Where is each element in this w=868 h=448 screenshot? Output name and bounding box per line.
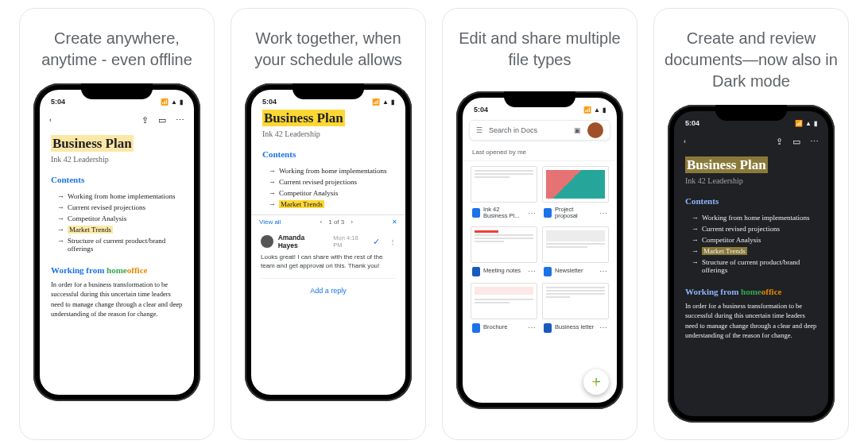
body-text: In order for a business transformation t… (51, 280, 183, 319)
plus-icon: + (591, 373, 601, 392)
toc-item: Competitor Analysis (692, 234, 817, 245)
doc-type-icon (472, 323, 480, 333)
toolbar: ‹ ⇪ ▭ ⋯ (674, 130, 828, 153)
status-time: 5:04 (474, 106, 488, 114)
more-icon[interactable]: ⋯ (176, 115, 184, 126)
body-text: In order for a business transformation t… (685, 301, 817, 340)
next-comment-icon[interactable]: › (351, 218, 353, 226)
doc-tile[interactable]: Business letter⋯ (542, 283, 609, 333)
battery-icon: ▮ (814, 120, 817, 127)
toc-item: Working from home implementations (57, 191, 183, 202)
toc-item: Market Trends (692, 245, 817, 257)
share-icon[interactable]: ⇪ (141, 115, 149, 126)
doc-type-icon (472, 267, 480, 276)
back-icon[interactable]: ‹ (49, 116, 52, 124)
share-icon[interactable]: ⇪ (776, 137, 783, 147)
screen-light: 5:04 📶 ▲ ▮ ‹ ⇪ ▭ ⋯ Business Plan Ink 42 … (40, 90, 194, 395)
toc-item: Competitor Analysis (57, 213, 183, 224)
comment-icon[interactable]: ▭ (792, 137, 800, 147)
doc-tile[interactable]: Newsletter⋯ (542, 226, 609, 276)
toc-item: Current revised projections (57, 202, 183, 213)
screenshot-card-2: Work together, when your schedule allows… (231, 8, 426, 440)
caption: Edit and share multiple file types (443, 9, 637, 83)
contents-heading: Contents (262, 149, 394, 159)
more-icon[interactable]: ⋯ (810, 137, 819, 147)
phone-frame: 5:04 📶 ▲ ▮ Business Plan Ink 42 Leadersh… (245, 83, 412, 401)
tile-more-icon[interactable]: ⋯ (528, 209, 536, 218)
screen-dark: 5:04 📶 ▲ ▮ ‹ ⇪ ▭ ⋯ Business Plan Ink 42 … (674, 111, 828, 416)
toc-item: Current revised projections (269, 176, 394, 187)
toc-list: Working from home implementations Curren… (685, 212, 817, 276)
tile-more-icon[interactable]: ⋯ (528, 267, 536, 276)
comment-more-icon[interactable]: ⋮ (389, 238, 396, 245)
toc-item: Market Trends (57, 224, 183, 235)
doc-subtitle: Ink 42 Leadership (51, 155, 183, 164)
document-body[interactable]: Business Plan Ink 42 Leadership Contents… (40, 131, 194, 323)
status-icons: 📶 ▲ ▮ (583, 106, 606, 114)
tile-more-icon[interactable]: ⋯ (599, 267, 607, 276)
doc-tile[interactable]: Ink 42 Business Pl...⋯ (471, 166, 537, 220)
fab-new-doc[interactable]: + (583, 369, 609, 395)
doc-type-icon (544, 323, 552, 333)
working-heading: Working from homeoffice (51, 265, 183, 275)
folder-icon[interactable]: ▣ (574, 126, 581, 134)
tile-more-icon[interactable]: ⋯ (599, 323, 607, 332)
comment-pager: 1 of 3 (328, 218, 344, 226)
status-icons: 📶 ▲ ▮ (161, 98, 183, 106)
signal-icon: 📶 (583, 106, 591, 114)
wifi-icon: ▲ (171, 98, 177, 106)
status-time: 5:04 (262, 98, 277, 106)
doc-subtitle: Ink 42 Leadership (685, 176, 817, 185)
caption: Work together, when your schedule allows (231, 9, 425, 83)
search-input[interactable]: Search in Docs (489, 126, 568, 134)
search-bar[interactable]: ☰ Search in Docs ▣ (469, 120, 610, 141)
doc-type-icon (472, 208, 480, 218)
menu-icon[interactable]: ☰ (476, 126, 482, 134)
toc-list: Working from home implementations Curren… (51, 191, 183, 254)
doc-tile[interactable]: Meeting notes⋯ (471, 226, 537, 276)
toolbar: ‹ ⇪ ▭ ⋯ (40, 109, 194, 131)
toc-item: Competitor Analysis (269, 187, 394, 199)
toc-item: Market Trends (269, 199, 394, 210)
toc-item: Working from home implementations (692, 212, 817, 223)
wifi-icon: ▲ (382, 98, 389, 106)
doc-tile[interactable]: Project proposal⋯ (542, 166, 609, 220)
comment-pager-bar: View all ‹ 1 of 3 › ✕ (251, 214, 405, 229)
status-time: 5:04 (685, 119, 699, 127)
toc-item: Working from home implementations (269, 165, 394, 176)
document-body[interactable]: Business Plan Ink 42 Leadership Contents… (674, 153, 828, 345)
prev-comment-icon[interactable]: ‹ (320, 218, 323, 226)
screen-docs-list: 5:04 📶 ▲ ▮ ☰ Search in Docs ▣ Last opene… (463, 98, 617, 403)
comment-text: Looks great! I can share with the rest o… (261, 253, 396, 270)
list-header: Last opened by me (463, 145, 617, 161)
toc-item: Current revised projections (692, 223, 817, 234)
document-body[interactable]: Business Plan Ink 42 Leadership Contents… (251, 109, 405, 214)
caption: Create and review documents—now also in … (654, 9, 848, 105)
doc-title: Business Plan (685, 156, 768, 173)
phone-frame: 5:04 📶 ▲ ▮ ‹ ⇪ ▭ ⋯ Business Plan Ink 42 … (668, 105, 835, 423)
doc-tile[interactable]: Brochure⋯ (471, 283, 537, 333)
tile-more-icon[interactable]: ⋯ (528, 323, 536, 332)
close-icon[interactable]: ✕ (392, 218, 397, 226)
resolve-icon[interactable]: ✓ (373, 237, 380, 247)
toc-item: Structure of current product/brand offer… (57, 235, 183, 254)
contents-heading: Contents (685, 196, 817, 206)
comment-time: Mon 4:18 PM (333, 234, 368, 249)
toc-list: Working from home implementations Curren… (262, 165, 394, 210)
signal-icon: 📶 (795, 120, 803, 127)
screenshot-card-3: Edit and share multiple file types 5:04 … (442, 8, 637, 440)
toc-item: Structure of current product/brand offer… (692, 257, 817, 276)
wifi-icon: ▲ (805, 120, 812, 127)
view-all-link[interactable]: View all (259, 218, 281, 226)
caption: Create anywhere, anytime - even offline (20, 9, 214, 83)
back-icon[interactable]: ‹ (684, 137, 686, 145)
doc-title: Business Plan (51, 135, 134, 152)
status-icons: 📶 ▲ ▮ (372, 98, 394, 106)
profile-avatar[interactable] (587, 122, 603, 138)
battery-icon: ▮ (180, 98, 183, 106)
signal-icon: 📶 (161, 98, 169, 106)
add-reply-button[interactable]: Add a reply (261, 278, 396, 298)
comment-icon[interactable]: ▭ (158, 115, 166, 126)
comment-card: Amanda Hayes Mon 4:18 PM ✓ ⋮ Looks great… (251, 229, 405, 303)
tile-more-icon[interactable]: ⋯ (599, 209, 607, 218)
